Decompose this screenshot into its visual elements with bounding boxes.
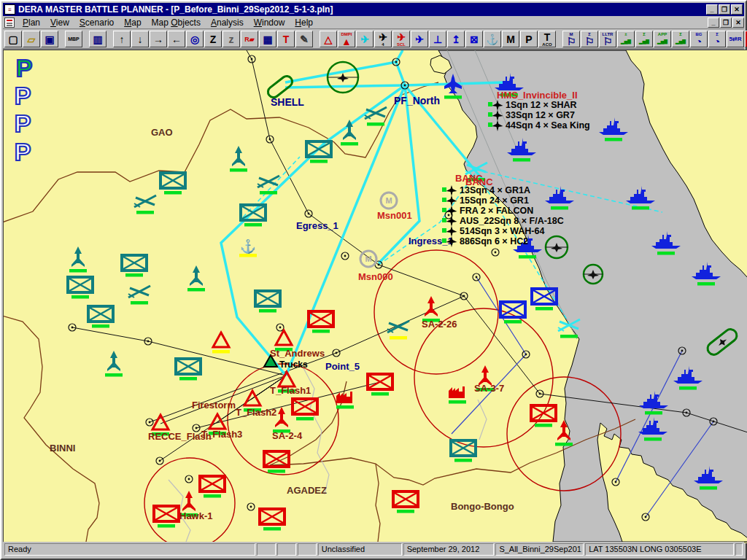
- map-label[interactable]: SA-3-7: [474, 383, 504, 394]
- map-label[interactable]: T_Flash2: [236, 407, 276, 418]
- toolbar-aircraft-button[interactable]: ✈: [411, 31, 428, 47]
- map-label[interactable]: AGADEZ: [287, 485, 327, 496]
- toolbar-app-chart-button[interactable]: APP▂▅▇: [654, 31, 671, 47]
- map-label[interactable]: Trucks: [279, 359, 308, 370]
- map-canvas[interactable]: PPPP⚓MMSHELLPF_NorthEgress_1Ingress_1Poi…: [4, 50, 747, 543]
- toolbar-print-button[interactable]: ▥: [89, 31, 107, 47]
- menu-plan[interactable]: Plan: [18, 17, 45, 28]
- toolbar-bg-pie-button[interactable]: BG◔: [690, 31, 708, 47]
- map-label[interactable]: BINNI: [50, 443, 75, 454]
- toolbar-target-triangle-button[interactable]: △: [320, 31, 337, 47]
- toolbar-p-tool-button[interactable]: P: [520, 31, 538, 47]
- svg-text:886Sqn 6 × HC2: 886Sqn 6 × HC2: [460, 236, 528, 246]
- toolbar-zoom-in-button[interactable]: Z: [204, 31, 222, 47]
- svg-text:FRA 2 × FALCON: FRA 2 × FALCON: [460, 206, 533, 216]
- map-label[interactable]: St_Andrews: [270, 348, 325, 359]
- menu-view[interactable]: View: [45, 17, 74, 28]
- toolbar-center-target-button[interactable]: ◎: [186, 31, 204, 47]
- map-label[interactable]: Point_5: [325, 361, 360, 372]
- toolbar-draw-tool-button[interactable]: ✎: [295, 31, 313, 47]
- toolbar-lltr-flag-button[interactable]: LLTR⚐: [599, 31, 616, 47]
- status-underline: [230, 168, 247, 172]
- map-symbol-pflag[interactable]: P: [15, 109, 31, 137]
- toolbar-sum-flag-button[interactable]: Σ⚐: [581, 31, 598, 47]
- toolbar-pan-down-button[interactable]: ↓: [131, 31, 149, 47]
- status-underline: [336, 405, 354, 409]
- window-close-button[interactable]: ✕: [731, 4, 743, 15]
- toolbar-missile-button[interactable]: ↥: [447, 31, 465, 47]
- toolbar-unit-box-button[interactable]: ⊠: [465, 31, 483, 47]
- map-label[interactable]: PF_North: [394, 95, 440, 106]
- map-label[interactable]: Bongo-Bongo: [451, 501, 514, 512]
- bg-pie-icon: ◔: [696, 36, 702, 47]
- toolbar-five-r-button[interactable]: 5⇄R: [727, 31, 744, 47]
- toolbar-pan-right-button[interactable]: →: [150, 31, 167, 47]
- map-label[interactable]: Msn000: [358, 271, 393, 282]
- toolbar-sum-chart-button[interactable]: Σ▂▅▇: [635, 31, 653, 47]
- toolbar-sum-chart-2-button[interactable]: Σ▂▅▇: [672, 31, 689, 47]
- app-chart-icon: ▂▅▇: [657, 36, 667, 47]
- status-underline: [125, 273, 143, 277]
- toolbar-mbp-print-preview-button[interactable]: MBP: [65, 31, 82, 47]
- aircraft-icon: ✈: [415, 34, 424, 44]
- squadron-row[interactable]: AUS_22Sqn 8 × F/A-18C: [442, 216, 564, 227]
- map-label[interactable]: Firestorm: [192, 400, 236, 411]
- toolbar-grid-button[interactable]: ▦: [259, 31, 276, 47]
- map-symbol-anchor[interactable]: ⚓: [239, 238, 257, 257]
- map-label[interactable]: Egress_1: [296, 220, 338, 231]
- mdi-minimize-button[interactable]: _: [708, 18, 719, 28]
- map-label[interactable]: RECCE_Flash: [148, 431, 212, 442]
- map-label[interactable]: Msn001: [377, 210, 412, 221]
- toolbar-save-file-button[interactable]: ▣: [41, 31, 58, 47]
- mdi-restore-button[interactable]: ❐: [720, 18, 732, 28]
- svg-text:15Sqn 24 × GR1: 15Sqn 24 × GR1: [460, 195, 529, 206]
- toolbar-aircraft-4-button[interactable]: ✈4: [374, 31, 392, 47]
- document-icon[interactable]: [4, 18, 15, 28]
- map-label[interactable]: SA-2-26: [422, 319, 457, 330]
- menu-scenario[interactable]: Scenario: [74, 17, 119, 28]
- menu-analysis[interactable]: Analysis: [206, 17, 249, 28]
- menu-help[interactable]: Help: [290, 17, 318, 28]
- window-minimize-button[interactable]: _: [706, 4, 718, 15]
- status-scenario: S_All_Binni_29Sep201: [495, 543, 584, 556]
- map-symbol-pflag[interactable]: P: [16, 54, 33, 82]
- map-symbol-pflag[interactable]: P: [15, 138, 31, 166]
- map-label[interactable]: SA-2-4: [272, 430, 303, 441]
- t-aco-icon: T: [544, 32, 551, 42]
- map-area[interactable]: PPPP⚓MMSHELLPF_NorthEgress_1Ingress_1Poi…: [3, 50, 747, 542]
- toolbar-ship-button[interactable]: ⚓: [484, 31, 501, 47]
- toolbar-scl-button[interactable]: ✈SCL: [392, 31, 410, 47]
- toolbar-map-select-button[interactable]: R▰: [241, 31, 258, 47]
- toolbar-plusminus-chart-button[interactable]: ±▂▅▇: [617, 31, 635, 47]
- status-underline: [69, 269, 87, 273]
- mdi-close-button[interactable]: ✕: [732, 18, 744, 28]
- map-label[interactable]: SHELL: [271, 96, 304, 108]
- toolbar-new-file-button[interactable]: ▢: [4, 31, 22, 47]
- window-restore-button[interactable]: ❐: [719, 4, 730, 15]
- map-label[interactable]: T_Flash1: [270, 385, 311, 396]
- map-label[interactable]: GAO: [151, 127, 173, 138]
- toolbar-route-plane-button[interactable]: ✈: [356, 31, 374, 47]
- toolbar-text-tool-button[interactable]: T: [277, 31, 295, 47]
- status-latlong: LAT 135503N LONG 0305503E: [585, 543, 734, 556]
- toolbar-open-file-button[interactable]: ▱: [23, 31, 40, 47]
- toolbar-t-aco-button[interactable]: TACO: [538, 31, 556, 47]
- status-underline: [105, 373, 123, 377]
- status-classification: Unclassified: [318, 543, 402, 556]
- toolbar-zoom-out-button[interactable]: z: [222, 31, 240, 47]
- menu-map-objects[interactable]: Map Objects: [147, 17, 206, 28]
- toolbar-ground-stand-button[interactable]: ⊥: [429, 31, 446, 47]
- toolbar-m-flag-button[interactable]: M⚐: [562, 31, 580, 47]
- map-label[interactable]: Hawk-1: [179, 510, 213, 521]
- app-icon[interactable]: ≡: [4, 4, 15, 15]
- toolbar-sum-pie-button[interactable]: Σ◔: [708, 31, 726, 47]
- menu-map[interactable]: Map: [119, 17, 146, 28]
- status-underline: [679, 386, 697, 390]
- toolbar-dmpi-button[interactable]: DMPI▲: [338, 31, 355, 47]
- menu-window[interactable]: Window: [249, 17, 290, 28]
- map-symbol-pflag[interactable]: P: [15, 82, 31, 109]
- map-label[interactable]: HMS_Invincible_II: [497, 90, 578, 101]
- toolbar-m-tool-button[interactable]: M: [502, 31, 519, 47]
- toolbar-pan-left-button[interactable]: ←: [168, 31, 185, 47]
- toolbar-pan-up-button[interactable]: ↑: [113, 31, 131, 47]
